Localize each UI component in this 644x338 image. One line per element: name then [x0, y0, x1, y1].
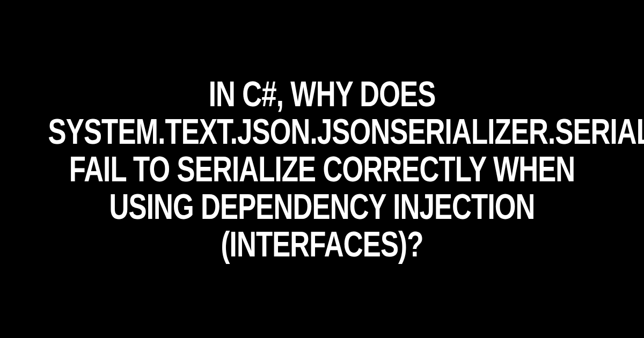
title-container: In C#, why does System.Text.Json.JsonSer…: [0, 87, 644, 251]
page-title: In C#, why does System.Text.Json.JsonSer…: [48, 75, 596, 263]
